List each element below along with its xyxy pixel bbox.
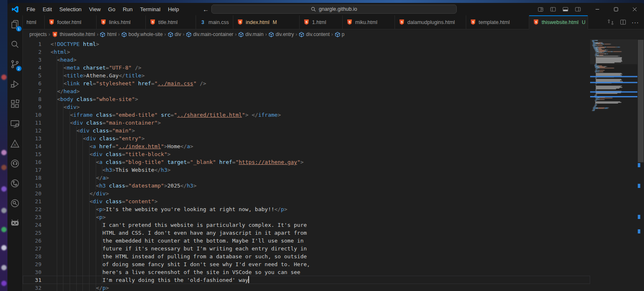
code-line-1[interactable]: 1<!DOCTYPE html> — [23, 40, 590, 48]
vscode-logo-icon[interactable] — [7, 6, 23, 13]
line-number[interactable]: 2 — [23, 48, 41, 56]
line-number[interactable]: 23 — [23, 213, 41, 221]
code-line-3[interactable]: 3<head> — [23, 56, 590, 64]
activity-extensions[interactable] — [7, 95, 23, 115]
split-editor-icon[interactable] — [617, 17, 628, 28]
line-number[interactable]: 31 — [23, 276, 41, 284]
close-button[interactable] — [625, 3, 644, 15]
tab-miku.html[interactable]: 5miku.html — [343, 15, 395, 29]
code-line-15[interactable]: 15<div class="title-block"> — [23, 150, 590, 158]
menu-edit[interactable]: Edit — [39, 5, 56, 14]
code-line-12[interactable]: 12<div class="main"> — [23, 127, 590, 135]
code-area[interactable]: 1<!DOCTYPE html>2<html>3<head>4<meta cha… — [23, 39, 590, 291]
code-line-29[interactable]: 29of doing some fancy shit I don't see w… — [23, 260, 590, 268]
command-center[interactable]: gnargle.github.io — [211, 5, 457, 14]
line-number[interactable]: 8 — [23, 95, 41, 103]
activity-search[interactable] — [7, 35, 23, 55]
tab-links.html[interactable]: 5links.html — [97, 15, 146, 29]
line-number[interactable]: 25 — [23, 229, 41, 237]
line-number[interactable]: 22 — [23, 205, 41, 213]
code-line-25[interactable]: 25HTML and CSS. I don't even have any ja… — [23, 229, 590, 237]
activity-godot-tools[interactable] — [7, 214, 23, 234]
line-number[interactable]: 21 — [23, 197, 41, 205]
code-editor[interactable]: 1<!DOCTYPE html>2<html>3<head>4<meta cha… — [23, 39, 644, 291]
code-line-26[interactable]: 26the embedded hit counter at the bottom… — [23, 237, 590, 245]
code-line-6[interactable]: 6<link rel="stylesheet" href="../main.cs… — [23, 79, 590, 87]
line-number[interactable]: 32 — [23, 284, 41, 291]
line-number[interactable]: 12 — [23, 127, 41, 135]
line-number[interactable]: 19 — [23, 182, 41, 190]
code-line-7[interactable]: 7</head> — [23, 87, 590, 95]
vertical-scrollbar[interactable] — [637, 39, 644, 291]
line-number[interactable]: 20 — [23, 190, 41, 197]
tab-main.css[interactable]: 3main.css — [196, 15, 233, 29]
line-number[interactable]: 27 — [23, 245, 41, 253]
code-line-20[interactable]: 20</div> — [23, 190, 590, 197]
code-line-32[interactable]: 32</p> — [23, 284, 590, 291]
breadcrumb-item[interactable]: div — [168, 31, 181, 37]
line-number[interactable]: 11 — [23, 119, 41, 127]
line-number[interactable]: 15 — [23, 150, 41, 158]
line-number[interactable]: 13 — [23, 135, 41, 142]
line-number[interactable]: 28 — [23, 253, 41, 260]
breadcrumb-item[interactable]: div.content — [299, 31, 329, 37]
code-line-8[interactable]: 8<body class="whole-site"> — [23, 95, 590, 103]
activity-git-graph[interactable] — [7, 174, 23, 194]
code-line-23[interactable]: 23<p> — [23, 213, 590, 221]
activity-remote-explorer[interactable] — [7, 115, 23, 135]
tab-html[interactable]: html — [23, 15, 45, 29]
back-arrow-icon[interactable]: ← — [203, 6, 209, 12]
code-line-21[interactable]: 21<div class="content"> — [23, 197, 590, 205]
line-number[interactable]: 5 — [23, 72, 41, 79]
breadcrumb-item[interactable]: div.main-container — [186, 31, 233, 37]
activity-run-and-debug[interactable] — [7, 75, 23, 95]
minimize-button[interactable] — [588, 3, 607, 15]
code-line-4[interactable]: 4<meta charset="UTF-8" /> — [23, 64, 590, 72]
code-line-17[interactable]: 17<h3>This Website</h3> — [23, 166, 590, 174]
code-line-14[interactable]: 14<a href="../index.html">Home</a> — [23, 142, 590, 150]
line-number[interactable]: 29 — [23, 260, 41, 268]
menu-selection[interactable]: Selection — [56, 5, 85, 14]
code-line-9[interactable]: 9<div> — [23, 103, 590, 111]
tab-thiswebsite.html[interactable]: 5thiswebsite.htmlU● — [529, 15, 588, 29]
code-line-10[interactable]: 10<iframe class="embed-title" src="../sh… — [23, 111, 590, 119]
line-number[interactable]: 3 — [23, 56, 41, 64]
code-line-16[interactable]: 16<a class="blog-title" target="_blank" … — [23, 158, 590, 166]
breadcrumb-item[interactable]: projects — [29, 31, 47, 37]
tab-footer.html[interactable]: 5footer.html — [45, 15, 97, 29]
menu-go[interactable]: Go — [104, 5, 119, 14]
code-line-28[interactable]: 28the HTML instead of pulling from a dat… — [23, 253, 590, 260]
breadcrumb-item[interactable]: 5thiswebsite.html — [52, 31, 95, 38]
line-number[interactable]: 14 — [23, 142, 41, 150]
activity-gitlens-search[interactable] — [7, 194, 23, 214]
line-number[interactable]: 10 — [23, 111, 41, 119]
menu-view[interactable]: View — [85, 5, 104, 14]
menu-run[interactable]: Run — [119, 5, 136, 14]
line-number[interactable]: 26 — [23, 237, 41, 245]
line-number[interactable]: 18 — [23, 174, 41, 182]
more-actions-icon[interactable]: ··· — [630, 17, 641, 28]
maximize-button[interactable] — [607, 3, 625, 15]
scrollbar-slider[interactable] — [638, 40, 644, 162]
code-line-5[interactable]: 5<title>Athene.Gay</title> — [23, 72, 590, 79]
line-number[interactable]: 6 — [23, 79, 41, 87]
line-number[interactable]: 7 — [23, 87, 41, 95]
tab-index.html[interactable]: 5index.htmlM — [233, 15, 300, 29]
open-changes-icon[interactable] — [605, 17, 616, 28]
toggle-primary-sidebar-icon[interactable] — [547, 4, 559, 14]
code-line-27[interactable]: 27future if it's necessary but I'm writi… — [23, 245, 590, 253]
breadcrumb-item[interactable]: body.whole-site — [121, 31, 163, 37]
line-number[interactable]: 16 — [23, 158, 41, 166]
breadcrumb-item[interactable]: html — [100, 31, 116, 37]
customize-layout-icon[interactable] — [534, 4, 547, 14]
code-line-19[interactable]: 19<h3 class="datestamp">2025</h3> — [23, 182, 590, 190]
code-line-22[interactable]: 22<p>It's the website you're looking at … — [23, 205, 590, 213]
menu-terminal[interactable]: Terminal — [136, 5, 164, 14]
tab-template.html[interactable]: 5template.html — [466, 15, 529, 29]
menu-file[interactable]: File — [23, 5, 39, 14]
breadcrumb-item[interactable]: div.main — [238, 31, 264, 37]
code-line-2[interactable]: 2<html> — [23, 48, 590, 56]
line-number[interactable]: 17 — [23, 166, 41, 174]
line-number[interactable]: 30 — [23, 268, 41, 276]
toggle-secondary-sidebar-icon[interactable] — [571, 4, 584, 14]
